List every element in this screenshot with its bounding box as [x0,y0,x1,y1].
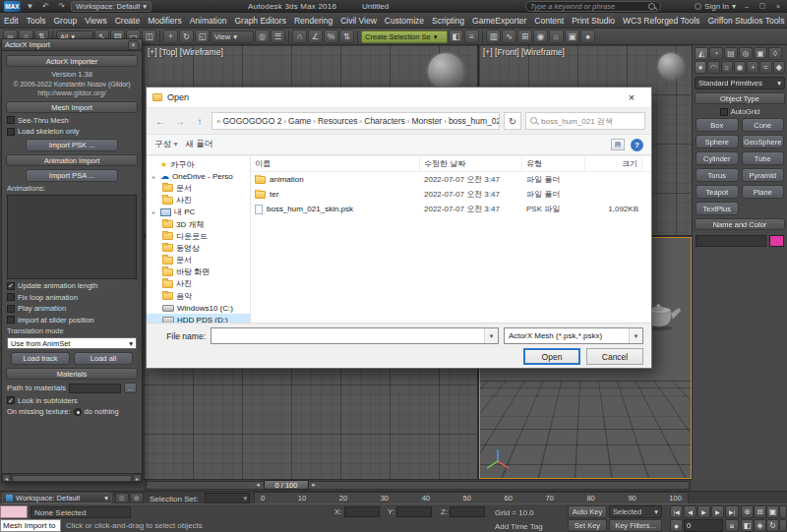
previous-frame-button[interactable]: ◀ [684,505,696,518]
key-filters-button[interactable]: Key Filters... [609,519,662,532]
viewcube-icon[interactable] [428,53,463,89]
up-icon[interactable]: ↑ [192,113,208,129]
close-button[interactable]: × [771,1,785,11]
sign-in-button[interactable]: Sign In ▾ [695,2,736,11]
menu-animation[interactable]: Animation [186,13,231,29]
rollout-animation-import[interactable]: Animation Import [6,154,138,166]
update-animation-length-checkbox[interactable]: ✓ [7,282,15,290]
use-pivot-center-icon[interactable]: ◎ [255,30,270,43]
scrollbar-thumb[interactable] [12,475,132,482]
chevron-down-icon[interactable]: ▾ [484,328,498,343]
select-and-rotate-icon[interactable]: ↻ [179,30,194,43]
zoom-all-icon[interactable]: ⊞ [754,505,766,518]
tree-item-this-pc[interactable]: ▸ 내 PC [147,207,250,218]
tube-button[interactable]: Tube [742,151,785,165]
dialog-close-button[interactable]: × [618,89,645,107]
teapot-button[interactable]: Teapot [696,185,739,199]
actorx-horizontal-scrollbar[interactable]: ◂ ▸ [2,473,142,482]
menu-content[interactable]: Content [530,13,568,29]
select-and-manipulate-icon[interactable]: ☰ [271,30,285,43]
rollout-object-type[interactable]: Object Type [695,92,785,104]
load-track-button[interactable]: Load track [11,352,70,365]
selection-set-dropdown[interactable]: ▾ [205,493,250,503]
z-coordinate-input[interactable] [450,506,485,517]
tab-utilities[interactable]: ◊ [768,47,782,60]
tab-hierarchy[interactable]: ▤ [724,47,738,60]
field-of-view-icon[interactable]: ◧ [741,519,754,532]
breadcrumb-item[interactable]: Characters [364,116,405,126]
schematic-view-icon[interactable]: ⊞ [517,30,532,43]
expander-icon[interactable]: ▸ [151,208,157,215]
menu-gameexporter[interactable]: GameExporter [468,13,530,29]
menu-modifiers[interactable]: Modifiers [144,13,185,29]
pyramid-button[interactable]: Pyramid [742,168,785,182]
category-geometry-icon[interactable]: ● [695,61,706,74]
play-animation-button[interactable]: ▶ [697,505,710,518]
breadcrumb-item[interactable]: Monster [412,116,443,126]
curve-editor-icon[interactable]: ∿ [502,30,516,43]
import-psa-button[interactable]: Import PSA ... [26,169,118,182]
forward-icon[interactable]: → [172,113,188,129]
cone-button[interactable]: Cone [742,118,785,132]
dialog-search-input[interactable] [541,117,640,126]
back-icon[interactable]: ← [152,113,168,129]
load-skeleton-only-checkbox[interactable] [7,128,15,136]
zoom-icon[interactable]: ⊕ [741,505,754,518]
help-icon[interactable]: ? [631,139,643,151]
previous-frame-arrow-icon[interactable]: ◂ [254,480,262,490]
plane-button[interactable]: Plane [742,185,785,199]
object-name-field[interactable] [696,235,766,247]
help-search-box[interactable] [525,1,661,12]
file-name-input[interactable] [212,331,484,341]
breadcrumb-item[interactable]: boss_hum_021 [449,116,500,126]
spinner-snap-icon[interactable]: ⇅ [339,30,354,43]
menu-create[interactable]: Create [111,13,145,29]
browse-materials-button[interactable]: ... [124,383,137,393]
tree-item-pictures[interactable]: 사진 [147,278,250,290]
tree-item-desktop[interactable]: 바탕 화면 [147,266,250,278]
category-shapes-icon[interactable]: ◠ [707,61,719,74]
menu-rendering[interactable]: Rendering [290,13,336,29]
rendered-frame-window-icon[interactable]: ▣ [565,30,579,43]
undo-icon[interactable]: ↶ [39,1,52,12]
overflow-chevron-icon[interactable]: « [216,117,220,126]
column-date-modified[interactable]: 수정한 날짜 [420,156,522,171]
max-logo-icon[interactable]: MAX [4,1,21,12]
menu-customize[interactable]: Customize [381,13,428,29]
animations-listbox[interactable] [7,195,137,279]
set-key-button[interactable]: Set Key [568,519,607,532]
percent-snap-icon[interactable]: % [324,30,338,43]
viewport-front-label[interactable]: [+] [Front] [Wireframe] [483,47,565,57]
align-icon[interactable]: ≡ [464,30,479,43]
category-cameras-icon[interactable]: ◉ [734,61,746,74]
cancel-button[interactable]: Cancel [586,348,643,365]
tree-item-videos[interactable]: 동영상 [147,242,250,254]
fix-loop-animation-checkbox[interactable] [7,293,15,301]
tree-item-quick-access[interactable]: ★ 카구아 [147,158,250,170]
redo-icon[interactable]: ↷ [55,1,68,12]
see-thru-mesh-checkbox[interactable] [7,116,15,124]
rollout-mesh-import[interactable]: Mesh Import [6,101,138,113]
menu-print-studio[interactable]: Print Studio [568,13,619,29]
zoom-extents-all-icon[interactable] [779,505,787,518]
select-and-scale-icon[interactable]: ◱ [195,30,210,43]
tree-item-downloads[interactable]: 다운로드 [147,230,250,242]
workspace-dropdown[interactable]: Workspace: Default ▾ [71,1,151,12]
category-systems-icon[interactable]: ◆ [773,61,785,74]
menu-graph-editors[interactable]: Graph Editors [230,13,289,29]
menu-scripting[interactable]: Scripting [428,13,468,29]
dialog-search-box[interactable] [525,112,645,130]
tree-item-onedrive-pictures[interactable]: 사진 [147,195,250,207]
breadcrumb-item[interactable]: Game [288,116,311,126]
time-slider-track[interactable] [146,481,690,490]
time-configuration-icon[interactable]: ⊞ [725,519,739,532]
file-row-animation[interactable]: animation 2022-07-07 오전 3:47 파일 폴더 [251,172,651,187]
tree-item-onedrive[interactable]: ▸ ☁ OneDrive - Perso [147,170,250,182]
sphere-button[interactable]: Sphere [696,135,739,148]
next-frame-button[interactable]: ▶ [711,505,724,518]
column-size[interactable]: 크기 [585,156,642,171]
x-coordinate-input[interactable] [344,506,380,517]
zoom-extents-icon[interactable]: ▣ [766,505,779,518]
file-name-combo[interactable]: ▾ [211,327,499,344]
tree-item-drive-d[interactable]: HDD PDS (D:) [147,314,250,323]
